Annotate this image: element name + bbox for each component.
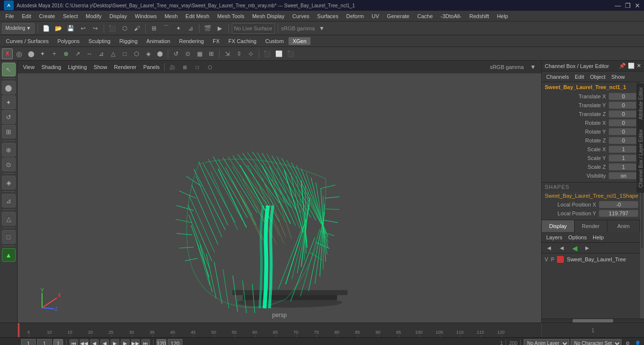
select-btn[interactable]: ⬛ <box>107 23 118 34</box>
paint-btn[interactable]: 🖌 <box>132 23 142 34</box>
xgen-icon-3[interactable]: ✦ <box>37 48 48 59</box>
anim-layer-dropdown[interactable]: No Anim Layer <box>524 339 569 345</box>
renderer-menu[interactable]: Renderer <box>111 63 139 71</box>
xgen-icon-22[interactable]: ⬜ <box>273 48 284 59</box>
menu-generate[interactable]: Generate <box>383 12 413 20</box>
cb-float-btn[interactable]: ⬜ <box>628 63 635 69</box>
menu-windows[interactable]: Windows <box>132 12 160 20</box>
xgen-icon-4[interactable]: + <box>49 48 60 59</box>
universal-manip-btn[interactable]: ⊕ <box>2 143 16 157</box>
module-animation[interactable]: Animation <box>142 37 174 45</box>
layer-delete-btn[interactable]: ▶ <box>582 243 593 253</box>
module-polygons[interactable]: Polygons <box>53 37 83 45</box>
attribute-editor-side-tab[interactable]: Attribute Editor Channel Box / Layer Edi… <box>636 83 644 193</box>
xgen-icon-16[interactable]: ▦ <box>194 48 205 59</box>
rotate-y-value[interactable]: 0 <box>609 128 638 135</box>
layer-scrollbar-thumb[interactable] <box>573 319 614 322</box>
pb-go-end[interactable]: ⏭ <box>141 339 150 345</box>
menu-deform[interactable]: Deform <box>343 12 367 20</box>
layer-nav-prev[interactable]: ◀ <box>544 243 555 253</box>
undo-btn[interactable]: ↩ <box>78 23 89 34</box>
xgen-icon-8[interactable]: ⊿ <box>96 48 107 59</box>
menu-modify[interactable]: Modify <box>82 12 105 20</box>
vp-wireframe-btn[interactable]: □ <box>192 62 203 72</box>
scale-y-value[interactable]: 1 <box>609 155 638 161</box>
channels-menu[interactable]: Channels <box>544 73 571 81</box>
rotate-x-value[interactable]: 0 <box>609 119 638 126</box>
close-button[interactable]: ✕ <box>635 2 640 9</box>
scale-z-value[interactable]: 1 <box>609 163 638 170</box>
display-tab[interactable]: Display <box>542 220 575 232</box>
xgen-icon-19[interactable]: ⇳ <box>234 48 244 59</box>
lasso-btn[interactable]: ⬡ <box>119 23 130 34</box>
scale-tool-btn[interactable]: ⊞ <box>2 125 16 138</box>
cb-close-btn[interactable]: ✕ <box>637 63 641 69</box>
layer-color-swatch[interactable] <box>557 256 564 263</box>
xgen-icon-10[interactable]: □ <box>119 48 130 59</box>
pb-play-fwd[interactable]: ▶ <box>111 339 119 345</box>
pb-play-back[interactable]: ◀ <box>100 339 109 345</box>
layer-visibility-toggle[interactable]: V <box>545 257 548 262</box>
vp-grid-btn[interactable]: ⊞ <box>179 62 190 72</box>
pb-next-frame[interactable]: ▶ <box>121 339 130 345</box>
show-manip-btn[interactable]: ◈ <box>2 176 16 189</box>
menu-help[interactable]: Help <box>493 12 511 20</box>
rotate-z-value[interactable]: 0 <box>609 137 638 144</box>
xgen-icon-6[interactable]: ↗ <box>72 48 83 59</box>
vp-camera-btn[interactable]: 🎥 <box>167 62 178 72</box>
module-rigging[interactable]: Rigging <box>115 37 141 45</box>
translate-y-value[interactable]: 0 <box>609 102 638 109</box>
show-menu-ch[interactable]: Show <box>609 73 627 81</box>
module-custom[interactable]: Custom <box>262 37 288 45</box>
save-file-btn[interactable]: 💾 <box>66 23 76 34</box>
layer-nav-prev2[interactable]: ◀ <box>556 243 567 253</box>
xgen-icon-13[interactable]: ⬢ <box>155 48 165 59</box>
module-curves-surfaces[interactable]: Curves / Surfaces <box>2 37 52 45</box>
menu-select[interactable]: Select <box>60 12 82 20</box>
timeline-ruler[interactable]: 5 10 15 20 25 30 35 40 45 50 55 60 65 70… <box>18 323 541 337</box>
xgen-icon-5[interactable]: ⊕ <box>61 48 71 59</box>
layer-scrollbar[interactable] <box>542 319 644 322</box>
ipr-btn[interactable]: ▶ <box>215 23 225 34</box>
minimize-button[interactable]: — <box>615 2 621 9</box>
xgen-icon-14[interactable]: ↺ <box>171 48 181 59</box>
transform-btn[interactable]: ✦ <box>2 95 16 109</box>
menu-3dtall[interactable]: -3DtoAll- <box>437 12 465 20</box>
menu-edit[interactable]: Edit <box>19 12 35 20</box>
pb-extra-btn1[interactable]: ⚙ <box>623 339 632 345</box>
menu-create[interactable]: Create <box>36 12 59 20</box>
view-menu[interactable]: View <box>21 63 37 71</box>
panels-menu[interactable]: Panels <box>141 63 162 71</box>
snap-view-btn[interactable]: ⊿ <box>185 23 196 34</box>
module-fx[interactable]: FX <box>209 37 223 45</box>
workspace-dropdown[interactable]: Modeling ▼ <box>2 23 35 34</box>
scale-x-value[interactable]: 1 <box>609 146 638 153</box>
menu-uv[interactable]: UV <box>368 12 382 20</box>
redo-btn[interactable]: ↪ <box>90 23 101 34</box>
xgen-nav-btn[interactable]: ▲ <box>2 248 16 262</box>
module-xgen[interactable]: XGen <box>289 37 310 45</box>
gamma-dropdown-btn[interactable]: ▼ <box>316 23 327 34</box>
render-btn[interactable]: 🎬 <box>202 23 213 34</box>
xgen-icon-17[interactable]: ⊞ <box>206 48 217 59</box>
channel-box-tab-label[interactable]: Channel Box / Layer Editor <box>637 127 644 190</box>
menu-file[interactable]: File <box>2 12 18 20</box>
object-menu[interactable]: Object <box>587 73 608 81</box>
translate-x-value[interactable]: 0 <box>609 93 638 100</box>
menu-redshift[interactable]: Redshift <box>466 12 492 20</box>
module-fx-caching[interactable]: FX Caching <box>224 37 260 45</box>
cb-pin-btn[interactable]: 📌 <box>619 63 626 69</box>
xgen-icon-18[interactable]: ⇲ <box>222 48 233 59</box>
layer-add-btn[interactable]: ◀ <box>569 243 580 253</box>
xgen-icon-15[interactable]: ⊙ <box>182 48 193 59</box>
snap-btn[interactable]: ⊿ <box>2 194 16 207</box>
xgen-icon-11[interactable]: ⬡ <box>131 48 142 59</box>
menu-display[interactable]: Display <box>106 12 131 20</box>
open-file-btn[interactable]: 📂 <box>53 23 64 34</box>
pb-extra-btn2[interactable]: 👤 <box>633 339 642 345</box>
xgen-icon-2[interactable]: ⬤ <box>25 48 36 59</box>
snap-grid-btn[interactable]: ⊞ <box>149 23 159 34</box>
xgen-icon-23[interactable]: ⬛ <box>285 48 296 59</box>
srgb-dropdown-btn[interactable]: ▼ <box>528 62 538 72</box>
pb-step-fwd[interactable]: ▶▶ <box>131 339 140 345</box>
